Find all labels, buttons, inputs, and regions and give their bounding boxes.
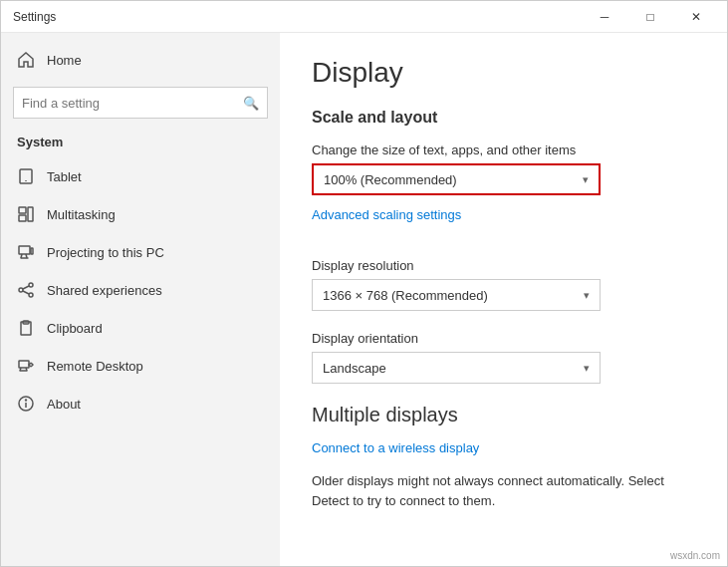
- sidebar-item-remote[interactable]: Remote Desktop: [1, 347, 280, 385]
- scale-dropdown[interactable]: 100% (Recommended) ▾: [312, 163, 601, 195]
- sidebar-item-shared-label: Shared experiences: [47, 283, 162, 298]
- svg-point-11: [19, 288, 23, 292]
- search-input[interactable]: [22, 96, 243, 111]
- watermark: wsxdn.com: [670, 550, 720, 561]
- svg-rect-17: [19, 361, 29, 368]
- connect-wireless-link[interactable]: Connect to a wireless display: [312, 440, 479, 455]
- home-icon: [17, 51, 35, 69]
- projecting-icon: [17, 243, 35, 261]
- orientation-dropdown-value: Landscape: [323, 361, 386, 376]
- svg-point-12: [29, 293, 33, 297]
- about-icon: [17, 395, 35, 413]
- remote-icon: [17, 357, 35, 375]
- advanced-scaling-link[interactable]: Advanced scaling settings: [312, 207, 461, 222]
- shared-icon: [17, 281, 35, 299]
- main-content: Display Scale and layout Change the size…: [280, 33, 727, 566]
- sidebar-item-projecting-label: Projecting to this PC: [47, 245, 164, 260]
- close-button[interactable]: ✕: [673, 1, 719, 33]
- sidebar-item-home[interactable]: Home: [1, 41, 280, 79]
- svg-line-14: [23, 291, 29, 294]
- sidebar-item-tablet[interactable]: Tablet: [1, 157, 280, 195]
- sidebar-item-shared[interactable]: Shared experiences: [1, 271, 280, 309]
- multitasking-icon: [17, 205, 35, 223]
- resolution-dropdown-chevron: ▾: [584, 289, 590, 302]
- sidebar-item-remote-label: Remote Desktop: [47, 359, 143, 374]
- window-controls: ─ □ ✕: [582, 1, 719, 33]
- orientation-dropdown-chevron: ▾: [584, 362, 590, 375]
- sidebar-item-about[interactable]: About: [1, 385, 280, 423]
- scale-layout-title: Scale and layout: [312, 109, 695, 127]
- window-title: Settings: [13, 10, 56, 24]
- svg-rect-5: [19, 246, 30, 254]
- svg-point-23: [26, 400, 27, 401]
- orientation-setting-group: Display orientation Landscape ▾: [312, 331, 695, 384]
- svg-rect-3: [19, 215, 26, 221]
- search-icon: 🔍: [243, 96, 259, 111]
- svg-rect-4: [28, 207, 33, 221]
- nav-section-system: System: [1, 131, 280, 157]
- content-area: Home 🔍 System Ta: [1, 33, 727, 566]
- multiple-displays-info: Older displays might not always connect …: [312, 471, 690, 510]
- maximize-button[interactable]: □: [627, 1, 673, 33]
- change-size-label: Change the size of text, apps, and other…: [312, 142, 695, 157]
- resolution-setting-group: Display resolution 1366 × 768 (Recommend…: [312, 258, 695, 311]
- tablet-icon: [17, 167, 35, 185]
- sidebar-item-projecting[interactable]: Projecting to this PC: [1, 233, 280, 271]
- svg-line-13: [23, 286, 29, 289]
- clipboard-icon: [17, 319, 35, 337]
- sidebar-item-about-label: About: [47, 397, 81, 412]
- sidebar-item-multitasking[interactable]: Multitasking: [1, 195, 280, 233]
- sidebar-item-clipboard[interactable]: Clipboard: [1, 309, 280, 347]
- svg-rect-2: [19, 207, 26, 213]
- search-box[interactable]: 🔍: [13, 87, 268, 119]
- resolution-label: Display resolution: [312, 258, 695, 273]
- resolution-dropdown[interactable]: 1366 × 768 (Recommended) ▾: [312, 279, 601, 311]
- scale-setting-group: Change the size of text, apps, and other…: [312, 142, 695, 238]
- sidebar-item-home-label: Home: [47, 53, 82, 68]
- svg-rect-9: [31, 248, 33, 254]
- multiple-displays-title: Multiple displays: [312, 404, 695, 426]
- svg-point-10: [29, 283, 33, 287]
- sidebar-item-clipboard-label: Clipboard: [47, 321, 103, 336]
- page-title: Display: [312, 57, 695, 89]
- sidebar: Home 🔍 System Ta: [1, 33, 280, 566]
- sidebar-item-multitasking-label: Multitasking: [47, 207, 116, 222]
- orientation-dropdown[interactable]: Landscape ▾: [312, 352, 601, 384]
- scale-dropdown-value: 100% (Recommended): [324, 172, 457, 187]
- orientation-label: Display orientation: [312, 331, 695, 346]
- sidebar-item-tablet-label: Tablet: [47, 169, 82, 184]
- minimize-button[interactable]: ─: [582, 1, 627, 33]
- resolution-dropdown-value: 1366 × 768 (Recommended): [323, 288, 488, 303]
- scale-dropdown-chevron: ▾: [583, 173, 589, 186]
- title-bar: Settings ─ □ ✕: [1, 1, 727, 33]
